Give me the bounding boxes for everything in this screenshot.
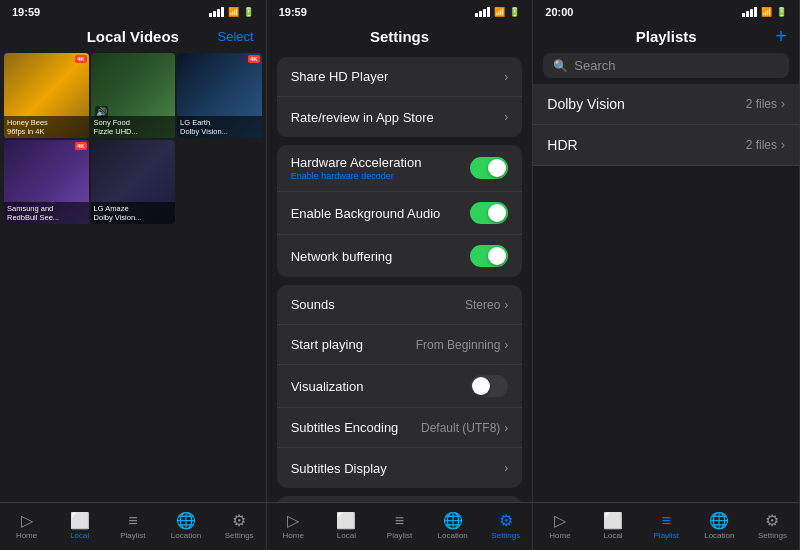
signal-icon-2	[475, 7, 490, 17]
search-input[interactable]: Search	[574, 58, 779, 73]
nav-playlist-3[interactable]: ≡ Playlist	[640, 512, 693, 540]
nav-label-local-1: Local	[70, 531, 89, 540]
nav-settings-2[interactable]: ⚙ Settings	[479, 511, 532, 540]
playlist-icon-2: ≡	[395, 512, 404, 530]
settings-row-sub-encoding[interactable]: Subtitles Encoding Default (UTF8) ›	[277, 408, 523, 448]
battery-icon-2: 🔋	[509, 7, 520, 17]
bottom-nav-2: ▷ Home ⬜ Local ≡ Playlist 🌐 Location ⚙ S…	[267, 502, 533, 550]
playlist-name-hdr: HDR	[547, 137, 577, 153]
playlist-count-dolby: 2 files	[746, 97, 777, 111]
nav-playlist-1[interactable]: ≡ Playlist	[106, 512, 159, 540]
nav-label-settings-1: Settings	[225, 531, 254, 540]
nav-label-home-3: Home	[549, 531, 570, 540]
playlist-icon-1: ≡	[128, 512, 137, 530]
battery-icon-1: 🔋	[243, 7, 254, 17]
visualization-toggle[interactable]	[470, 375, 508, 397]
playlist-row-hdr[interactable]: HDR 2 files ›	[533, 125, 799, 166]
nav-local-1[interactable]: ⬜ Local	[53, 511, 106, 540]
playlist-chevron-dolby: ›	[781, 97, 785, 111]
nav-home-2[interactable]: ▷ Home	[267, 511, 320, 540]
location-icon-2: 🌐	[443, 511, 463, 530]
nav-location-1[interactable]: 🌐 Location	[159, 511, 212, 540]
start-playing-label: Start playing	[291, 337, 416, 352]
playlist-right-hdr: 2 files ›	[746, 138, 785, 152]
settings-row-share-hd[interactable]: Share HD Player ›	[277, 57, 523, 97]
playlist-name-dolby: Dolby Vision	[547, 96, 625, 112]
thumb-label-5: LG AmazeDolby Vision...	[91, 202, 176, 224]
sounds-value: Stereo	[465, 298, 500, 312]
sub-display-label: Subtitles Display	[291, 461, 505, 476]
home-icon-3: ▷	[554, 511, 566, 530]
hw-accel-labels: Hardware Acceleration Enable hardware de…	[291, 155, 422, 181]
add-playlist-button[interactable]: +	[775, 25, 787, 48]
search-bar[interactable]: 🔍 Search	[543, 53, 789, 78]
sounds-chevron: ›	[504, 298, 508, 312]
home-icon-1: ▷	[21, 511, 33, 530]
header-title-settings: Settings	[370, 28, 429, 45]
select-button[interactable]: Select	[218, 29, 254, 44]
nav-label-home-2: Home	[283, 531, 304, 540]
nav-label-location-2: Location	[438, 531, 468, 540]
header-local: Local Videos Select	[0, 22, 266, 49]
settings-row-bg-audio: Enable Background Audio	[277, 192, 523, 235]
nav-home-1[interactable]: ▷ Home	[0, 511, 53, 540]
nav-local-3[interactable]: ⬜ Local	[586, 511, 639, 540]
settings-scroll[interactable]: Share HD Player › Rate/review in App Sto…	[267, 49, 533, 502]
playlist-count-hdr: 2 files	[746, 138, 777, 152]
video-thumb-2[interactable]: 🔊 Sony FoodFizzle UHD...	[91, 53, 176, 138]
video-thumb-1[interactable]: 4K Honey Bees96fps in 4K	[4, 53, 89, 138]
status-time-1: 19:59	[12, 6, 40, 18]
settings-icon-3: ⚙	[765, 511, 779, 530]
nav-location-2[interactable]: 🌐 Location	[426, 511, 479, 540]
battery-icon-3: 🔋	[776, 7, 787, 17]
panel-settings: 19:59 📶 🔋 Settings Share HD Player › Rat…	[267, 0, 534, 550]
thumb-label-1: Honey Bees96fps in 4K	[4, 116, 89, 138]
rate-label: Rate/review in App Store	[291, 110, 505, 125]
sub-display-chevron: ›	[504, 461, 508, 475]
header-playlists: Playlists +	[533, 22, 799, 49]
nav-label-local-3: Local	[603, 531, 622, 540]
nav-settings-3[interactable]: ⚙ Settings	[746, 511, 799, 540]
settings-row-sub-display[interactable]: Subtitles Display ›	[277, 448, 523, 488]
panel-local-videos: 19:59 📶 🔋 Local Videos Select 4K Honey B…	[0, 0, 267, 550]
nav-local-2[interactable]: ⬜ Local	[320, 511, 373, 540]
net-buffer-toggle[interactable]	[470, 245, 508, 267]
status-icons-3: 📶 🔋	[742, 7, 787, 17]
settings-row-start-playing[interactable]: Start playing From Beginning ›	[277, 325, 523, 365]
header-title-local: Local Videos	[87, 28, 179, 45]
nav-location-3[interactable]: 🌐 Location	[693, 511, 746, 540]
playlist-row-dolby[interactable]: Dolby Vision 2 files ›	[533, 84, 799, 125]
sub-encoding-value: Default (UTF8)	[421, 421, 500, 435]
video-thumb-3[interactable]: 4K LG EarthDolby Vision...	[177, 53, 262, 138]
status-bar-2: 19:59 📶 🔋	[267, 0, 533, 22]
sub-encoding-label: Subtitles Encoding	[291, 420, 421, 435]
wifi-icon-3: 📶	[761, 7, 772, 17]
nav-home-3[interactable]: ▷ Home	[533, 511, 586, 540]
video-thumb-5[interactable]: LG AmazeDolby Vision...	[91, 140, 176, 225]
visualization-label: Visualization	[291, 379, 471, 394]
bottom-nav-3: ▷ Home ⬜ Local ≡ Playlist 🌐 Location ⚙ S…	[533, 502, 799, 550]
settings-icon-2: ⚙	[499, 511, 513, 530]
nav-label-location-3: Location	[704, 531, 734, 540]
status-time-2: 19:59	[279, 6, 307, 18]
nav-label-settings-3: Settings	[758, 531, 787, 540]
thumb-label-4: Samsung andRedbBull See...	[4, 202, 89, 224]
nav-label-home-1: Home	[16, 531, 37, 540]
bg-audio-toggle[interactable]	[470, 202, 508, 224]
signal-icon-3	[742, 7, 757, 17]
bg-audio-label: Enable Background Audio	[291, 206, 471, 221]
sounds-label: Sounds	[291, 297, 465, 312]
hw-accel-toggle[interactable]	[470, 157, 508, 179]
video-thumb-4[interactable]: 4K Samsung andRedbBull See...	[4, 140, 89, 225]
settings-row-rate[interactable]: Rate/review in App Store ›	[277, 97, 523, 137]
local-icon-2: ⬜	[336, 511, 356, 530]
nav-settings-1[interactable]: ⚙ Settings	[213, 511, 266, 540]
local-icon-3: ⬜	[603, 511, 623, 530]
playlist-right-dolby: 2 files ›	[746, 97, 785, 111]
settings-row-sounds[interactable]: Sounds Stereo ›	[277, 285, 523, 325]
header-settings: Settings	[267, 22, 533, 49]
local-icon-1: ⬜	[70, 511, 90, 530]
playlist-chevron-hdr: ›	[781, 138, 785, 152]
nav-playlist-2[interactable]: ≡ Playlist	[373, 512, 426, 540]
signal-icon-1	[209, 7, 224, 17]
